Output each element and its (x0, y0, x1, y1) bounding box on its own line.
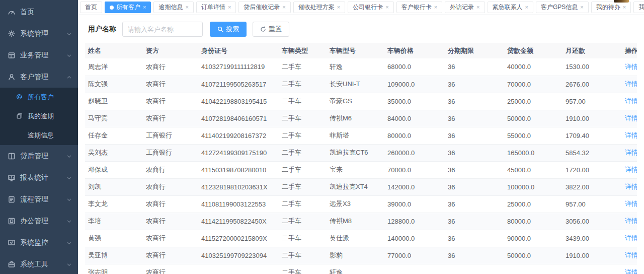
tab-label: 贷后催收记录 (244, 3, 280, 12)
cell-name: 吴刘杰 (85, 144, 143, 161)
tab-label: 客户GPS信息 (541, 3, 578, 12)
cell-id_number: 410325199709223094 (198, 247, 279, 264)
close-icon[interactable]: × (580, 5, 583, 10)
sidebar-item[interactable]: 贷后管理 (0, 145, 78, 167)
office-icon (8, 217, 16, 225)
detail-link[interactable]: 详情 (625, 131, 637, 139)
tab-客户银行卡[interactable]: 客户银行卡× (396, 2, 442, 13)
close-icon[interactable]: × (623, 5, 626, 10)
cell-name: 吴亚博 (85, 247, 143, 264)
cell-vehicle_model: 宝来 (327, 161, 384, 178)
table-row: 马守宾农商行410728198406160571二手车传祺M684000.036… (85, 110, 637, 127)
detail-link[interactable]: 详情 (625, 268, 637, 274)
customer-name-input[interactable] (122, 22, 203, 37)
tab-首页[interactable]: 首页 (80, 2, 102, 13)
cell-id_number: 41152720000215809X (198, 230, 279, 247)
chevron-down-icon (67, 197, 71, 202)
tab-我的待办[interactable]: 我的待办× (591, 2, 631, 13)
sidebar-subitem[interactable]: 所有客户 (0, 88, 78, 107)
detail-link[interactable]: 详情 (625, 200, 637, 208)
cell-term: 36 (445, 247, 504, 264)
cell-term (445, 264, 504, 274)
table-row: 黄强农商行41152720000215809X二手车英仕派140000.0369… (85, 230, 637, 247)
close-icon[interactable]: × (143, 5, 146, 10)
cell-vehicle_model: 帝豪GS (327, 93, 384, 110)
detail-link[interactable]: 详情 (625, 166, 637, 173)
cell-name: 赵晓卫 (85, 93, 143, 110)
cell-vehicle_model: 远景X3 (327, 195, 384, 213)
sidebar-item-label: 系统监控 (20, 238, 48, 247)
cell-vehicle_type: 二手车 (279, 247, 327, 264)
tab-label: 公司银行卡 (353, 3, 383, 12)
close-icon[interactable]: × (434, 5, 437, 10)
sidebar-subitem[interactable]: 我的逾期 (0, 107, 78, 126)
tab-我的流程[interactable]: 我的流程× (633, 2, 644, 13)
cell-vehicle_model: 轩逸 (327, 58, 384, 76)
gear-icon (8, 30, 16, 38)
table-row: 张志明农商行二手车轩逸详情 (85, 264, 637, 274)
table-row: 刘凯农商行41232819810203631X二手车凯迪拉克XT4142000.… (85, 178, 637, 195)
cell-funder: 农商行 (143, 213, 198, 230)
sidebar-item[interactable]: 系统监控 (0, 232, 78, 253)
table-body: 周志洋农商行410327199111112819二手车轩逸68000.03640… (85, 58, 637, 274)
detail-link[interactable]: 详情 (625, 97, 637, 105)
detail-link[interactable]: 详情 (625, 114, 637, 122)
cell-vehicle_price: 84000.0 (384, 110, 445, 127)
sidebar-item[interactable]: 首页 (0, 1, 78, 23)
sidebar-item[interactable]: 业务管理 (0, 44, 78, 66)
cell-vehicle_model: 轩逸 (327, 264, 384, 274)
reset-button[interactable]: 重置 (253, 22, 289, 37)
tab-紧急联系人[interactable]: 紧急联系人× (488, 2, 533, 13)
sidebar-item[interactable]: 客户管理 (0, 66, 78, 88)
tab-label: 紧急联系人 (493, 3, 523, 12)
sidebar-item[interactable]: 系统管理 (0, 23, 78, 44)
detail-link[interactable]: 详情 (625, 183, 637, 190)
detail-link[interactable]: 详情 (625, 149, 637, 156)
tab-贷后催收记录[interactable]: 贷后催收记录× (238, 2, 290, 13)
tab-所有客户[interactable]: 所有客户× (105, 2, 151, 13)
cell-vehicle_model: 传祺M8 (327, 213, 384, 230)
sidebar-subitem[interactable]: 逾期信息 (0, 126, 78, 145)
cell-monthly_payment: 2676.00 (562, 76, 622, 93)
close-icon[interactable]: × (337, 5, 340, 10)
cell-term: 36 (445, 127, 504, 144)
detail-link[interactable]: 详情 (625, 234, 637, 242)
tab-订单详情[interactable]: 订单详情× (196, 2, 236, 13)
cell-name: 黄强 (85, 230, 143, 247)
close-icon[interactable]: × (228, 5, 231, 10)
tab-公司银行卡[interactable]: 公司银行卡× (348, 2, 393, 13)
detail-link[interactable]: 详情 (625, 217, 637, 225)
sidebar-item-label: 报表统计 (20, 173, 48, 182)
circle-user-icon (16, 94, 23, 101)
detail-link[interactable]: 详情 (625, 80, 637, 88)
chevron-up-icon (67, 75, 71, 80)
close-icon[interactable]: × (385, 5, 388, 10)
tab-外访记录[interactable]: 外访记录× (445, 2, 485, 13)
sidebar-item[interactable]: 流程管理 (0, 188, 78, 210)
search-button[interactable]: 搜索 (210, 22, 247, 37)
sidebar-item[interactable]: 系统工具 (0, 253, 78, 274)
cell-term: 36 (445, 93, 504, 110)
close-icon[interactable]: × (525, 5, 528, 10)
active-dot-icon (110, 6, 114, 10)
tab-逾期信息[interactable]: 逾期信息× (153, 2, 193, 13)
cell-monthly_payment: 1530.00 (562, 58, 622, 76)
sidebar-item[interactable]: 办公管理 (0, 210, 78, 232)
cell-monthly_payment: 3822.00 (562, 178, 622, 195)
close-icon[interactable]: × (282, 5, 285, 10)
close-icon[interactable]: × (185, 5, 188, 10)
detail-link[interactable]: 详情 (625, 63, 637, 71)
tab-催收处理方案[interactable]: 催收处理方案× (293, 2, 345, 13)
cell-id_number: 411081199003122553 (198, 195, 279, 213)
chart-icon (8, 174, 16, 182)
sidebar: 首页系统管理业务管理客户管理所有客户我的逾期逾期信息贷后管理报表统计流程管理办公… (0, 0, 78, 274)
chevron-down-icon (67, 32, 71, 36)
cell-monthly_payment: 957.00 (562, 195, 622, 213)
monitor-icon (8, 239, 16, 247)
tab-label: 外访记录 (450, 3, 474, 12)
tab-客户GPS信息[interactable]: 客户GPS信息× (536, 2, 589, 13)
detail-link[interactable]: 详情 (625, 251, 637, 259)
sidebar-item[interactable]: 报表统计 (0, 167, 78, 188)
tab-label: 我的流程 (638, 3, 644, 12)
close-icon[interactable]: × (476, 5, 479, 10)
